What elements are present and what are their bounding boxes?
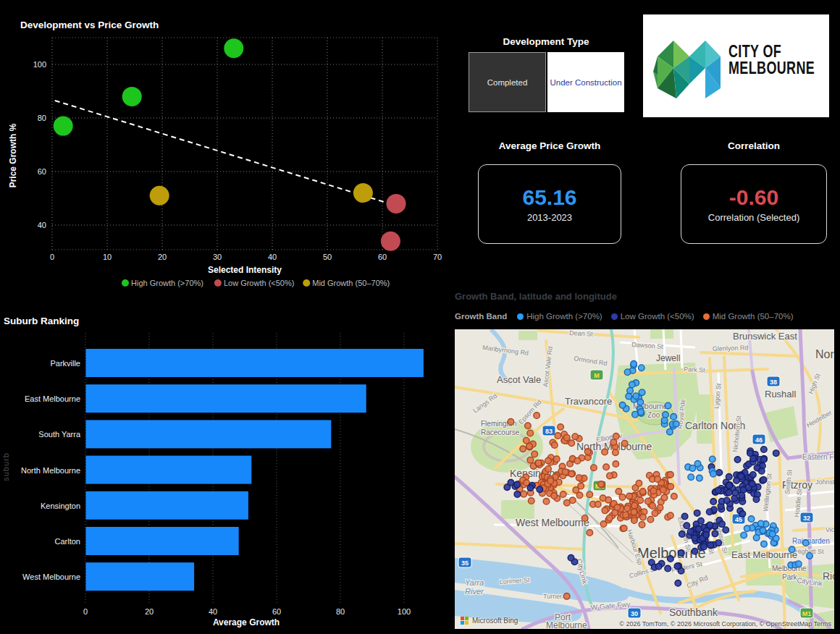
map-point-high[interactable]: [807, 553, 813, 559]
map-point-mid[interactable]: [610, 439, 617, 446]
map-point-high[interactable]: [741, 532, 747, 538]
map-point-mid[interactable]: [547, 478, 554, 484]
map-point-mid[interactable]: [668, 471, 674, 478]
scatter-point-south-yarra[interactable]: [54, 117, 73, 136]
map-point-high[interactable]: [637, 399, 644, 405]
map-point-mid[interactable]: [598, 481, 605, 488]
map-point-low[interactable]: [760, 457, 767, 463]
map-point-low[interactable]: [706, 509, 713, 515]
map-point-mid[interactable]: [587, 530, 593, 536]
slicer-option-completed[interactable]: Completed: [469, 52, 546, 112]
map-point-mid[interactable]: [523, 437, 529, 444]
map-legend-item[interactable]: High Growth (>70%): [517, 312, 602, 321]
map-point-mid[interactable]: [551, 442, 558, 449]
map-point-low[interactable]: [716, 470, 723, 476]
map-point-low[interactable]: [694, 510, 700, 517]
map-point-low[interactable]: [707, 522, 713, 528]
map-point-mid[interactable]: [631, 517, 638, 524]
bar-north-melbourne[interactable]: [86, 456, 252, 484]
map-point-low[interactable]: [696, 526, 702, 533]
map-point-high[interactable]: [638, 365, 644, 371]
map-point-low[interactable]: [655, 563, 662, 570]
map-point-low[interactable]: [753, 496, 760, 503]
map-point-high[interactable]: [760, 528, 766, 534]
map-point-mid[interactable]: [650, 488, 657, 494]
map-point-low[interactable]: [726, 489, 732, 496]
map-point-low[interactable]: [668, 556, 674, 562]
map-point-low[interactable]: [750, 455, 757, 462]
map-point-mid[interactable]: [525, 423, 532, 429]
map-point-low[interactable]: [715, 487, 722, 494]
map-point-mid[interactable]: [578, 483, 584, 489]
map-point-high[interactable]: [627, 387, 634, 394]
map-point-high[interactable]: [673, 420, 679, 427]
map-point-mid[interactable]: [636, 481, 642, 487]
map-point-low[interactable]: [738, 473, 744, 480]
map-canvas[interactable]: Maribyrnong RdDean StDawson StBrunswick …: [455, 329, 834, 629]
map-point-high[interactable]: [626, 393, 632, 400]
map-point-mid[interactable]: [527, 457, 534, 463]
bar-parkville[interactable]: [86, 349, 424, 377]
scatter-point-east-melbourne[interactable]: [122, 87, 142, 106]
map-point-low[interactable]: [514, 481, 521, 488]
map-point-high[interactable]: [629, 381, 636, 388]
map-point-mid[interactable]: [602, 449, 608, 455]
map-point-low[interactable]: [749, 481, 756, 487]
map-point-mid[interactable]: [624, 505, 631, 512]
map-legend-item[interactable]: Low Growth (<50%): [611, 312, 694, 321]
scatter-point-carlton[interactable]: [387, 194, 406, 214]
suburb-ranking-chart[interactable]: 020406080100ParkvilleEast MelbourneSouth…: [0, 311, 449, 634]
map-point-mid[interactable]: [621, 525, 627, 532]
map-point-low[interactable]: [715, 540, 722, 546]
map-point-low[interactable]: [710, 499, 717, 505]
map-point-high[interactable]: [710, 470, 717, 477]
map-point-high[interactable]: [667, 428, 673, 435]
map-point-mid[interactable]: [668, 512, 674, 519]
map-point-high[interactable]: [697, 475, 703, 481]
map-point-low[interactable]: [723, 527, 729, 533]
map-point-high[interactable]: [633, 393, 639, 400]
map-point-high[interactable]: [663, 412, 669, 418]
map-point-low[interactable]: [734, 457, 741, 463]
map-point-mid[interactable]: [626, 493, 633, 499]
map-point-mid[interactable]: [603, 464, 610, 470]
map-point-high[interactable]: [748, 516, 755, 523]
map-point-low[interactable]: [719, 521, 726, 528]
map-point-mid[interactable]: [640, 514, 647, 520]
map-point-mid[interactable]: [581, 515, 588, 522]
map-point-high[interactable]: [661, 418, 668, 424]
map-point-low[interactable]: [687, 528, 694, 535]
map-point-mid[interactable]: [553, 456, 560, 462]
map-point-mid[interactable]: [508, 418, 514, 425]
map-point-low[interactable]: [675, 580, 681, 586]
map-point-low[interactable]: [679, 531, 686, 538]
map-point-mid[interactable]: [661, 494, 668, 501]
map-point-low[interactable]: [712, 531, 718, 537]
map-point-mid[interactable]: [607, 515, 613, 521]
map-point-mid[interactable]: [569, 497, 576, 504]
map-point-mid[interactable]: [568, 440, 575, 447]
map[interactable]: Maribyrnong RdDean StDawson StBrunswick …: [455, 329, 834, 629]
map-point-mid[interactable]: [619, 494, 626, 501]
map-point-high[interactable]: [789, 546, 795, 553]
map-point-low[interactable]: [726, 474, 732, 481]
map-point-low[interactable]: [514, 491, 521, 498]
map-point-mid[interactable]: [587, 491, 593, 498]
map-point-mid[interactable]: [623, 512, 629, 518]
map-point-high[interactable]: [709, 456, 715, 462]
map-point-mid[interactable]: [647, 516, 654, 523]
map-point-high[interactable]: [639, 389, 645, 396]
map-point-low[interactable]: [739, 511, 746, 517]
bar-south-yarra[interactable]: [86, 420, 332, 448]
map-point-mid[interactable]: [591, 465, 597, 471]
map-point-high[interactable]: [689, 465, 696, 472]
map-point-mid[interactable]: [614, 504, 621, 511]
map-point-high[interactable]: [694, 460, 701, 467]
map-point-mid[interactable]: [563, 593, 570, 600]
map-point-high[interactable]: [638, 409, 644, 415]
map-point-mid[interactable]: [671, 493, 678, 499]
bar-west-melbourne[interactable]: [86, 562, 195, 591]
map-point-mid[interactable]: [532, 451, 538, 457]
map-point-mid[interactable]: [639, 489, 646, 495]
map-point-mid[interactable]: [655, 476, 661, 483]
